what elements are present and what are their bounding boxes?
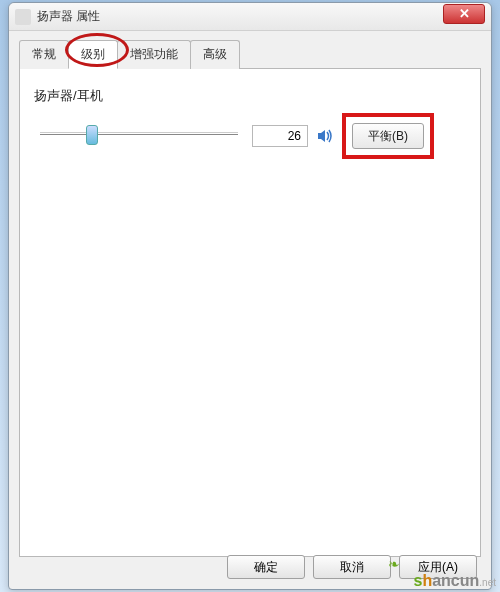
- balance-highlight-box: 平衡(B): [342, 113, 434, 159]
- content-area: 常规 级别 增强功能 高级 扬声器/耳机: [9, 31, 491, 565]
- close-icon: ✕: [459, 6, 470, 21]
- volume-label: 扬声器/耳机: [34, 87, 466, 105]
- close-button[interactable]: ✕: [443, 4, 485, 24]
- tab-enhancements[interactable]: 增强功能: [117, 40, 191, 69]
- tab-general[interactable]: 常规: [19, 40, 69, 69]
- speaker-icon[interactable]: [316, 127, 334, 145]
- slider-track: [40, 134, 238, 135]
- volume-slider[interactable]: [34, 122, 244, 150]
- cancel-button[interactable]: 取消: [313, 555, 391, 579]
- volume-row: 平衡(B): [34, 113, 466, 159]
- ok-button[interactable]: 确定: [227, 555, 305, 579]
- titlebar: 扬声器 属性 ✕: [9, 3, 491, 31]
- dialog-footer: 确定 取消 应用(A): [227, 555, 477, 579]
- tab-panel: 扬声器/耳机 平衡(B): [19, 69, 481, 557]
- tab-strip: 常规 级别 增强功能 高级: [19, 39, 481, 69]
- apply-button[interactable]: 应用(A): [399, 555, 477, 579]
- volume-value-input[interactable]: [252, 125, 308, 147]
- watermark-leaf-icon: ❧: [388, 556, 400, 572]
- tab-advanced[interactable]: 高级: [190, 40, 240, 69]
- window-title: 扬声器 属性: [37, 8, 443, 25]
- balance-button[interactable]: 平衡(B): [352, 123, 424, 149]
- slider-thumb[interactable]: [86, 125, 98, 145]
- app-icon: [15, 9, 31, 25]
- tab-levels[interactable]: 级别: [68, 40, 118, 69]
- dialog-window: 扬声器 属性 ✕ 常规 级别 增强功能 高级 扬声器/耳机: [8, 2, 492, 590]
